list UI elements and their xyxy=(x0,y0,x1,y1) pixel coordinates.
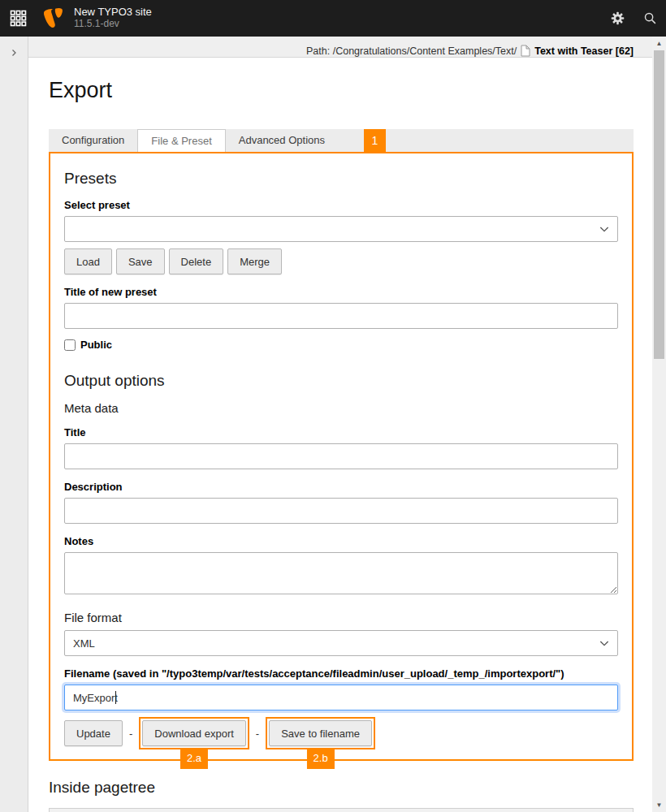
module-body: Export Configuration File & Preset Advan… xyxy=(28,58,652,812)
save-to-filename-button[interactable]: Save to filename xyxy=(269,720,372,746)
annotation-highlight-2a: Download export 2.a xyxy=(139,717,249,749)
inside-pagetree-heading: Inside pagetree xyxy=(49,779,634,797)
annotation-step-1-badge: 1 xyxy=(364,129,386,152)
annotation-highlight-2b: Save to filename 2.b xyxy=(266,717,375,749)
presets-heading: Presets xyxy=(64,170,618,188)
typo3-logo-icon xyxy=(43,7,64,28)
notes-textarea[interactable] xyxy=(64,552,618,594)
output-options-heading: Output options xyxy=(64,372,618,390)
title-input[interactable] xyxy=(64,443,618,469)
save-preset-button[interactable]: Save xyxy=(116,248,165,274)
text-caret xyxy=(115,691,116,704)
chevron-right-icon xyxy=(9,48,19,58)
typo3-version: 11.5.1-dev xyxy=(74,19,152,30)
site-title: New TYPO3 site xyxy=(74,6,152,19)
update-button[interactable]: Update xyxy=(64,720,123,746)
column-header-message: Message xyxy=(534,809,634,812)
grid-icon xyxy=(10,10,27,27)
scrollbar-up-arrow[interactable]: ▲ xyxy=(652,37,666,50)
vertical-scrollbar[interactable]: ▲ ▼ xyxy=(652,37,666,812)
record-title: Text with Teaser [62] xyxy=(534,45,634,57)
preset-select[interactable] xyxy=(64,216,618,242)
search-icon xyxy=(643,11,657,25)
filename-label: Filename (saved in "/typo3temp/var/tests… xyxy=(64,667,618,680)
breadcrumb: Path: /Congratulations/Content Examples/… xyxy=(306,45,517,57)
new-preset-title-input[interactable] xyxy=(64,303,618,329)
gear-icon xyxy=(611,11,625,25)
file-format-label: File format xyxy=(64,611,618,624)
topbar: New TYPO3 site 11.5.1-dev xyxy=(0,0,666,37)
tab-configuration[interactable]: Configuration xyxy=(49,129,137,152)
public-checkbox-label: Public xyxy=(80,339,112,351)
dash-separator: - xyxy=(129,728,132,740)
brand[interactable]: New TYPO3 site 11.5.1-dev xyxy=(43,6,152,30)
scrollbar-thumb[interactable] xyxy=(654,50,664,359)
docheader: Path: /Congratulations/Content Examples/… xyxy=(28,37,652,58)
module-menu-toggle-button[interactable] xyxy=(0,0,37,37)
column-header-controls: Controls xyxy=(50,809,153,812)
file-preset-panel: Presets Select preset Load Save Delete M… xyxy=(49,152,634,761)
scrollbar-down-arrow[interactable]: ▼ xyxy=(652,798,666,812)
annotation-step-2b-badge: 2.b xyxy=(307,748,335,769)
new-preset-title-label: Title of new preset xyxy=(64,286,618,298)
search-button[interactable] xyxy=(634,0,666,37)
collapsed-pagetree-rail xyxy=(0,37,28,812)
tab-advanced-options[interactable]: Advanced Options xyxy=(226,129,338,152)
merge-preset-button[interactable]: Merge xyxy=(227,248,282,274)
notes-label: Notes xyxy=(64,535,618,547)
tab-file-preset[interactable]: File & Preset xyxy=(137,129,225,152)
settings-button[interactable] xyxy=(601,0,634,37)
file-format-select[interactable]: XML xyxy=(64,630,618,656)
title-label: Title xyxy=(64,426,618,438)
page-record-icon xyxy=(521,45,530,57)
select-preset-label: Select preset xyxy=(64,199,618,211)
annotation-step-2a-badge: 2.a xyxy=(180,748,208,769)
column-header-title: Title xyxy=(153,809,534,812)
pagetree-table: Controls Title Message xyxy=(49,808,634,812)
meta-data-subheading: Meta data xyxy=(64,401,618,415)
public-checkbox[interactable] xyxy=(64,339,76,351)
expand-pagetree-button[interactable] xyxy=(7,46,20,62)
download-export-button[interactable]: Download export xyxy=(142,720,246,746)
dash-separator: - xyxy=(256,728,259,740)
filename-input[interactable] xyxy=(64,685,618,710)
delete-preset-button[interactable]: Delete xyxy=(169,248,224,274)
load-preset-button[interactable]: Load xyxy=(64,248,112,274)
tab-strip: Configuration File & Preset Advanced Opt… xyxy=(49,129,634,152)
page-title: Export xyxy=(49,78,634,103)
description-input[interactable] xyxy=(64,498,618,524)
inside-pagetree-section: Inside pagetree Controls Title Message xyxy=(49,779,634,812)
description-label: Description xyxy=(64,481,618,493)
